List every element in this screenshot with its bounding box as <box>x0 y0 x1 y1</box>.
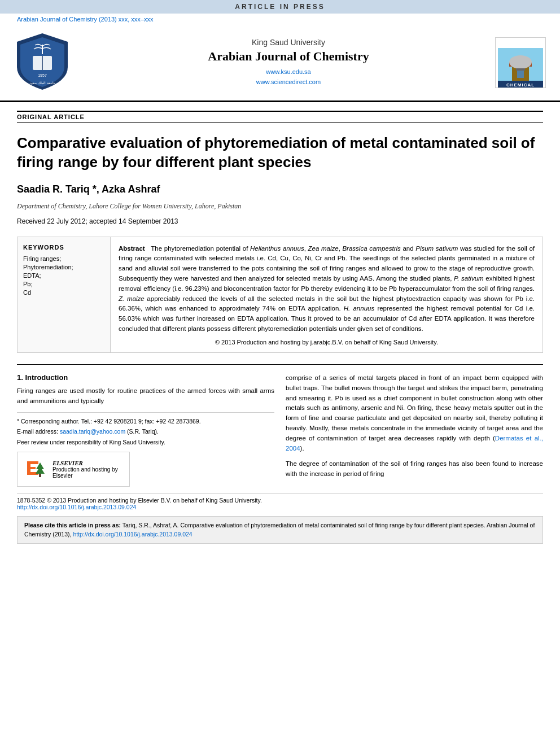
intro-para2: comprise of a series of metal targets pl… <box>286 373 543 454</box>
keyword-4: Pb; <box>23 281 104 287</box>
citation-box: Please cite this article in press as: Ta… <box>17 516 543 544</box>
ksu-logo-left: 1957 جامعة الملك سعود <box>11 30 85 95</box>
intro-heading: 1. Introduction <box>17 373 274 382</box>
abstract-label: Abstract <box>119 245 145 252</box>
keyword-1: Firing ranges; <box>23 255 104 262</box>
citation-doi-link[interactable]: http://dx.doi.org/10.1016/j.arabjc.2013.… <box>73 531 192 538</box>
affiliation: Department of Chemistry, Lahore College … <box>17 202 543 211</box>
intro-para1: Firing ranges are used mostly for routin… <box>17 386 274 407</box>
keyword-2: Phytoremediation; <box>23 264 104 270</box>
body-two-column: 1. Introduction Firing ranges are used m… <box>17 373 543 487</box>
article-type-label: ORIGINAL ARTICLE <box>17 111 543 123</box>
svg-rect-9 <box>517 69 524 78</box>
ref-dermatas[interactable]: Dermatas et al., 2004 <box>286 435 543 452</box>
journal-name-header: Arabian Journal of Chemistry <box>90 49 487 64</box>
website-links: www.ksu.edu.sa www.sciencedirect.com <box>90 67 487 87</box>
body-col-right: comprise of a series of metal targets pl… <box>286 373 543 487</box>
abstract-body: The phytoremediation potential of Helian… <box>119 245 535 333</box>
footnote-corresponding: * Corresponding author. Tel.: +92 42 920… <box>17 417 274 426</box>
citation-label: Please cite this article in press as: <box>24 522 121 528</box>
main-content: ORIGINAL ARTICLE Comparative evaluation … <box>0 102 560 552</box>
keywords-column: KEYWORDS Firing ranges; Phytoremediation… <box>18 237 111 352</box>
elsevier-logo <box>24 457 47 482</box>
publisher-name: ELSEVIER <box>53 460 123 466</box>
website1[interactable]: www.ksu.edu.sa <box>90 67 487 77</box>
keyword-5: Cd <box>23 289 104 296</box>
svg-rect-10 <box>516 68 525 71</box>
footnote-email-link[interactable]: saadia.tariq@yahoo.com <box>60 428 125 435</box>
abstract-text: Abstract The phytoremediation potential … <box>119 244 535 334</box>
header-center: King Saud University Arabian Journal of … <box>90 38 487 87</box>
abstract-section: KEYWORDS Firing ranges; Phytoremediation… <box>17 237 543 353</box>
website2[interactable]: www.sciencedirect.com <box>90 77 487 88</box>
svg-rect-20 <box>39 474 41 477</box>
svg-rect-16 <box>27 467 36 469</box>
received-date: Received 22 July 2012; accepted 14 Septe… <box>17 217 543 225</box>
body-col-left: 1. Introduction Firing ranges are used m… <box>17 373 274 487</box>
publisher-text: ELSEVIER Production and hosting by Elsev… <box>53 460 123 479</box>
svg-text:1957: 1957 <box>38 73 47 77</box>
footnote-peer-review: Peer review under responsibility of King… <box>17 438 274 447</box>
abstract-column: Abstract The phytoremediation potential … <box>111 237 542 352</box>
keywords-title: KEYWORDS <box>23 244 104 251</box>
intro-para3: The degree of contamination of the soil … <box>286 459 543 479</box>
footnote-area: * Corresponding author. Tel.: +92 42 920… <box>17 412 274 447</box>
section-divider <box>17 364 543 365</box>
svg-rect-15 <box>27 461 38 464</box>
keyword-3: EDTA; <box>23 272 104 279</box>
svg-text:جامعة الملك سعود: جامعة الملك سعود <box>29 81 55 85</box>
university-name: King Saud University <box>90 38 487 47</box>
article-title: Comparative evaluation of phytoremediati… <box>17 134 543 172</box>
chemical-logo-right: CHEMICAL <box>492 37 549 88</box>
article-in-press-banner: ARTICLE IN PRESS <box>0 0 560 14</box>
chemical-logo-box: CHEMICAL <box>495 37 546 88</box>
abstract-copyright: © 2013 Production and hosting by j.arabj… <box>119 339 535 346</box>
issn-line: 1878-5352 © 2013 Production and hosting … <box>17 493 543 510</box>
journal-citation: Arabian Journal of Chemistry (2013) xxx,… <box>0 14 560 25</box>
publisher-tagline: Production and hosting by Elsevier <box>53 466 123 479</box>
publisher-box: ELSEVIER Production and hosting by Elsev… <box>17 452 130 487</box>
issn-doi-link[interactable]: http://dx.doi.org/10.1016/j.arabjc.2013.… <box>17 504 136 510</box>
journal-header: 1957 جامعة الملك سعود King Saud Universi… <box>0 25 560 102</box>
svg-text:CHEMICAL: CHEMICAL <box>506 82 535 88</box>
authors: Saadia R. Tariq *, Azka Ashraf <box>17 184 543 195</box>
svg-point-8 <box>509 55 532 69</box>
footnote-email: E-mail address: saadia.tariq@yahoo.com (… <box>17 427 274 436</box>
